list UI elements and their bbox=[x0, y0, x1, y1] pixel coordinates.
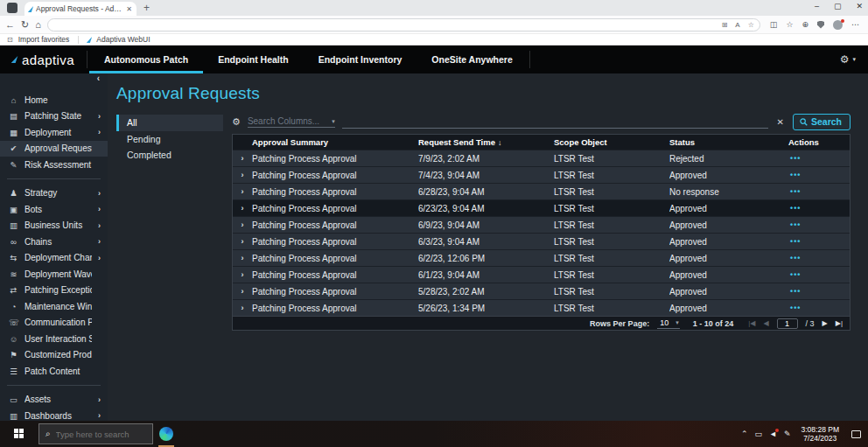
window-restore-button[interactable]: ▢ bbox=[834, 2, 842, 10]
row-actions-icon[interactable]: ••• bbox=[788, 220, 850, 229]
sidebar-item[interactable]: ✎ Risk Assessment Settings › bbox=[0, 157, 108, 173]
volume-muted-icon[interactable]: ◄ bbox=[769, 430, 777, 438]
refresh-icon[interactable]: ↻ bbox=[21, 19, 29, 31]
sidebar-item[interactable]: ✔ Approval Requests › bbox=[0, 141, 108, 157]
row-actions-icon[interactable]: ••• bbox=[788, 287, 850, 296]
row-expand-icon[interactable]: › bbox=[233, 187, 252, 196]
first-page-icon[interactable]: |◀ bbox=[748, 319, 755, 327]
security-extension-icon[interactable] bbox=[817, 21, 824, 29]
sidebar-item[interactable]: ☰ Patch Content › bbox=[0, 363, 108, 380]
app-settings-caret-icon[interactable]: ▾ bbox=[852, 56, 856, 63]
sidebar-item[interactable]: ▤ Patching State › bbox=[0, 108, 108, 125]
col-status[interactable]: Status bbox=[669, 137, 788, 147]
sidebar-item[interactable]: ≋ Deployment Waves › bbox=[0, 266, 108, 283]
split-screen-icon[interactable]: ◫ bbox=[770, 20, 778, 29]
sidebar-item[interactable]: › bbox=[7, 385, 101, 386]
tray-monitor-icon[interactable]: ▭ bbox=[755, 430, 763, 438]
edge-taskbar-button[interactable] bbox=[153, 421, 179, 447]
new-tab-button[interactable]: + bbox=[144, 2, 150, 14]
search-columns-select[interactable]: Search Columns... ▾ bbox=[248, 116, 335, 128]
row-expand-icon[interactable]: › bbox=[233, 304, 252, 312]
read-aloud-icon[interactable]: A bbox=[735, 21, 739, 29]
sidebar-item[interactable]: › bbox=[7, 178, 101, 179]
sidebar-item[interactable]: ▣ Bots › bbox=[0, 201, 108, 218]
sidebar-item[interactable]: ☏ Communication Providers › bbox=[0, 315, 108, 332]
last-page-icon[interactable]: ▶| bbox=[836, 319, 843, 327]
col-scope-object[interactable]: Scope Object bbox=[554, 137, 669, 147]
adaptiva-webui-bookmark[interactable]: Adaptiva WebUI bbox=[96, 35, 150, 44]
tab-actions-menu-icon[interactable] bbox=[7, 3, 18, 13]
search-input[interactable] bbox=[342, 116, 768, 129]
row-actions-icon[interactable]: ••• bbox=[788, 270, 850, 279]
table-row[interactable]: › Patching Process Approval 6/2/23, 12:0… bbox=[233, 249, 850, 266]
profile-avatar[interactable] bbox=[833, 20, 843, 30]
row-actions-icon[interactable]: ••• bbox=[788, 254, 850, 262]
rows-per-page-select[interactable]: 10 ▾ bbox=[657, 318, 680, 329]
adaptiva-logo[interactable]: adaptiva bbox=[0, 45, 85, 73]
table-row[interactable]: › Patching Process Approval 6/9/23, 9:04… bbox=[233, 216, 850, 233]
row-expand-icon[interactable]: › bbox=[233, 220, 252, 229]
next-page-icon[interactable]: ▶ bbox=[822, 319, 828, 327]
row-actions-icon[interactable]: ••• bbox=[788, 304, 850, 312]
browser-tab[interactable]: Approval Requests - Adaptiva A ✕ bbox=[24, 2, 136, 16]
start-button[interactable] bbox=[0, 421, 38, 447]
row-expand-icon[interactable]: › bbox=[233, 171, 252, 179]
col-approval-summary[interactable]: Approval Summary bbox=[252, 137, 418, 147]
row-expand-icon[interactable]: › bbox=[233, 204, 252, 213]
sidebar-item[interactable]: ▭ Assets › bbox=[0, 392, 108, 409]
settings-menu-icon[interactable]: ⋯ bbox=[851, 20, 859, 29]
row-actions-icon[interactable]: ••• bbox=[788, 187, 850, 196]
row-expand-icon[interactable]: › bbox=[233, 237, 252, 246]
app-settings-gear-icon[interactable]: ⚙ bbox=[840, 53, 850, 66]
taskbar-clock[interactable]: 3:08:28 PM 7/24/2023 bbox=[802, 425, 839, 443]
home-icon-browser[interactable]: ⌂ bbox=[35, 19, 41, 30]
sidebar-item[interactable]: ⚑ Customized Products › bbox=[0, 347, 108, 364]
add-favorite-icon[interactable]: ☆ bbox=[748, 21, 754, 29]
clear-search-icon[interactable]: ✕ bbox=[777, 117, 784, 127]
sidebar-item[interactable]: ⌂ Home › bbox=[0, 92, 108, 108]
filter-item[interactable]: All bbox=[116, 115, 223, 131]
filter-item[interactable]: Pending bbox=[116, 131, 223, 148]
filter-item[interactable]: Completed bbox=[116, 147, 223, 164]
row-expand-icon[interactable]: › bbox=[233, 287, 252, 296]
row-actions-icon[interactable]: ••• bbox=[788, 154, 850, 163]
previous-page-icon[interactable]: ◀ bbox=[763, 319, 768, 327]
row-actions-icon[interactable]: ••• bbox=[788, 237, 850, 246]
row-expand-icon[interactable]: › bbox=[233, 154, 252, 163]
sidebar-item[interactable]: ∞ Chains › bbox=[0, 234, 108, 250]
sidebar-item[interactable]: ▦ Deployment › bbox=[0, 124, 108, 141]
action-center-icon[interactable] bbox=[851, 430, 861, 438]
sidebar-item[interactable]: ▥ Dashboards › bbox=[0, 408, 108, 421]
app-nav-tab[interactable]: Endpoint Inventory bbox=[304, 45, 417, 73]
taskbar-search-box[interactable]: ⌕ bbox=[38, 423, 153, 444]
import-favorites-button[interactable]: Import favorites bbox=[18, 35, 70, 44]
workspaces-icon[interactable]: ⊞ bbox=[722, 21, 728, 29]
collections-icon[interactable]: ☆ bbox=[786, 20, 793, 29]
sidebar-item[interactable]: ⇆ Deployment Channels › bbox=[0, 250, 108, 267]
sidebar-item[interactable]: ◔ Maintenance Windows › bbox=[0, 298, 108, 315]
row-actions-icon[interactable]: ••• bbox=[788, 171, 850, 179]
row-expand-icon[interactable]: › bbox=[233, 270, 252, 279]
tray-pen-icon[interactable]: ✎ bbox=[784, 430, 791, 438]
table-row[interactable]: › Patching Process Approval 7/4/23, 9:04… bbox=[233, 166, 850, 183]
page-number-input[interactable]: 1 bbox=[777, 318, 798, 329]
row-expand-icon[interactable]: › bbox=[233, 254, 252, 262]
column-settings-gear-icon[interactable]: ⚙ bbox=[232, 116, 241, 128]
sidebar-item[interactable]: ♟ Strategy › bbox=[0, 185, 108, 202]
table-row[interactable]: › Patching Process Approval 7/9/23, 2:02… bbox=[233, 150, 850, 166]
table-row[interactable]: › Patching Process Approval 6/23/23, 9:0… bbox=[233, 199, 850, 216]
window-minimize-button[interactable]: – bbox=[815, 2, 819, 10]
back-icon[interactable]: ← bbox=[5, 19, 15, 30]
table-row[interactable]: › Patching Process Approval 5/28/23, 2:0… bbox=[233, 283, 850, 299]
sidebar-collapse-icon[interactable]: ‹ bbox=[97, 73, 100, 83]
sidebar-item[interactable]: ☺ User Interaction Settings › bbox=[0, 331, 108, 347]
app-nav-tab[interactable]: OneSite Anywhere bbox=[416, 45, 527, 73]
show-hidden-icons-chevron[interactable]: ⌃ bbox=[741, 430, 748, 438]
col-request-send-time[interactable]: Request Send Time↓ bbox=[418, 137, 554, 147]
sidebar-item[interactable]: ▥ Business Units › bbox=[0, 218, 108, 234]
table-row[interactable]: › Patching Process Approval 6/3/23, 9:04… bbox=[233, 233, 850, 249]
address-bar[interactable]: ⊞ A ☆ bbox=[47, 18, 760, 31]
search-button[interactable]: Search bbox=[793, 114, 850, 130]
browser-essentials-icon[interactable]: ⊕ bbox=[802, 20, 808, 29]
tab-close-icon[interactable]: ✕ bbox=[126, 5, 132, 13]
